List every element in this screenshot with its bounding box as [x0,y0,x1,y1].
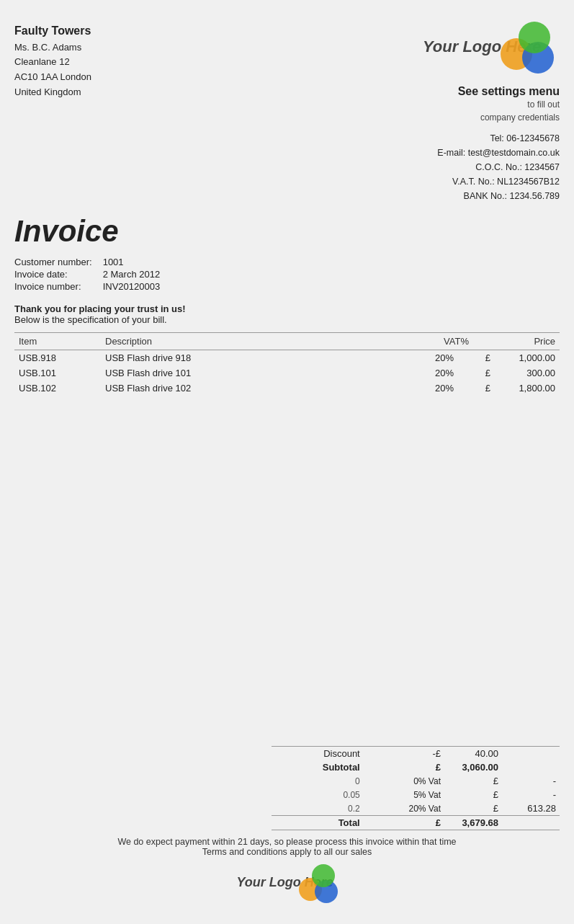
svg-point-5 [312,864,335,887]
table-row: USB.918 USB Flash drive 918 20% £ 1,000.… [14,350,560,366]
row-item: USB.101 [14,365,101,381]
row-item: USB.102 [14,381,101,396]
row-currency: £ [473,365,495,381]
col-header-description: Description [101,333,416,350]
company-name: Faulty Towers [14,22,91,40]
logo-placeholder: Your Logo Here [416,22,560,79]
row-vat: 20% [416,365,473,381]
footer-section: We do expect payment within 21 days, so … [0,837,574,910]
settings-note: See settings menu [416,85,560,98]
total-label: Total [272,816,364,830]
invoice-page: Faulty Towers Ms. B.C. Adams Cleanlane 1… [0,0,574,924]
vat20-label: 20% Vat [364,801,444,816]
customer-number-label: Customer number: [14,256,103,268]
vat-0-row: 0 0% Vat £ - [272,774,560,788]
logo-icon [495,22,560,76]
footer-line1: We do expect payment within 21 days, so … [0,837,574,847]
table-row: USB.101 USB Flash drive 101 20% £ 300.00 [14,365,560,381]
svg-point-2 [519,22,550,53]
total-value: 3,679.68 [444,816,502,830]
row-vat: 20% [416,381,473,396]
col-header-price: Price [495,333,560,350]
customer-number-value: 1001 [103,256,171,268]
footer-logo: Your Logo Here [233,864,341,907]
col-header-item: Item [14,333,101,350]
row-item: USB.918 [14,350,101,366]
row-price: 1,000.00 [495,350,560,366]
contact-info: Tel: 06-12345678 E-mail: test@testdomain… [14,131,560,203]
invoice-number-value: INV20120003 [103,280,171,293]
contact-name: Ms. B.C. Adams [14,40,91,55]
company-address: Faulty Towers Ms. B.C. Adams Cleanlane 1… [14,22,91,100]
bank: BANK No.: 1234.56.789 [14,189,560,203]
subtotal-value: 3,060.00 [444,760,502,774]
row-description: USB Flash drive 918 [101,350,416,366]
row-currency: £ [473,381,495,396]
vat20-rate: 0.2 [272,801,364,816]
table-row: USB.102 USB Flash drive 102 20% £ 1,800.… [14,381,560,396]
footer-line2: Terms and conditions apply to all our sa… [0,847,574,857]
vat0-rate: 0 [272,774,364,788]
subtotal-row: Subtotal £ 3,060.00 [272,760,560,774]
items-table: Item Description VAT% Price USB.918 USB … [14,332,560,396]
coc: C.O.C. No.: 1234567 [14,160,560,174]
address-line3: United Kingdom [14,85,91,100]
address-line2: AC10 1AA London [14,70,91,85]
totals-table: Discount -£ 40.00 Subtotal £ 3,060.00 0 … [272,746,560,830]
row-price: 1,800.00 [495,381,560,396]
discount-label: Discount [272,747,364,761]
row-description: USB Flash drive 102 [101,381,416,396]
discount-row: Discount -£ 40.00 [272,747,560,761]
row-currency: £ [473,350,495,366]
total-currency: £ [364,816,444,830]
vat5-rate: 0.05 [272,788,364,801]
header: Faulty Towers Ms. B.C. Adams Cleanlane 1… [14,22,560,124]
invoice-date-value: 2 March 2012 [103,268,171,280]
col-header-vat: VAT% [416,333,473,350]
row-description: USB Flash drive 101 [101,365,416,381]
vat20-value: 613.28 [502,801,560,816]
vat0-value: - [502,774,560,788]
invoice-title: Invoice [14,214,560,249]
col-header-currency [473,333,495,350]
thank-you-line1: Thank you for placing your trust in us! [14,303,560,314]
footer-logo-icon [295,864,341,904]
settings-sub1: to fill out [416,98,560,111]
vat5-value: - [502,788,560,801]
vat0-label: 0% Vat [364,774,444,788]
row-price: 300.00 [495,365,560,381]
totals-section: Discount -£ 40.00 Subtotal £ 3,060.00 0 … [272,746,560,830]
vat20-currency: £ [444,801,502,816]
subtotal-currency: £ [364,760,444,774]
discount-currency: -£ [364,747,444,761]
vat5-currency: £ [444,788,502,801]
tel: Tel: 06-12345678 [14,131,560,146]
vat5-label: 5% Vat [364,788,444,801]
thank-you-line2: Below is the specification of your bill. [14,314,560,325]
vat-5-row: 0.05 5% Vat £ - [272,788,560,801]
subtotal-label: Subtotal [272,760,364,774]
address-line1: Cleanlane 12 [14,55,91,70]
invoice-meta: Customer number: 1001 Invoice date: 2 Ma… [14,256,560,293]
logo-area: Your Logo Here See settings menu to fill… [416,22,560,124]
invoice-number-label: Invoice number: [14,280,103,293]
row-vat: 20% [416,350,473,366]
vat-20-row: 0.2 20% Vat £ 613.28 [272,801,560,816]
invoice-date-label: Invoice date: [14,268,103,280]
vat-number: V.A.T. No.: NL1234567B12 [14,174,560,189]
discount-value: 40.00 [444,747,502,761]
total-row: Total £ 3,679.68 [272,816,560,830]
settings-sub2: company credentials [416,111,560,124]
thank-you: Thank you for placing your trust in us! … [14,303,560,325]
email: E-mail: test@testdomain.co.uk [14,146,560,160]
vat0-currency: £ [444,774,502,788]
